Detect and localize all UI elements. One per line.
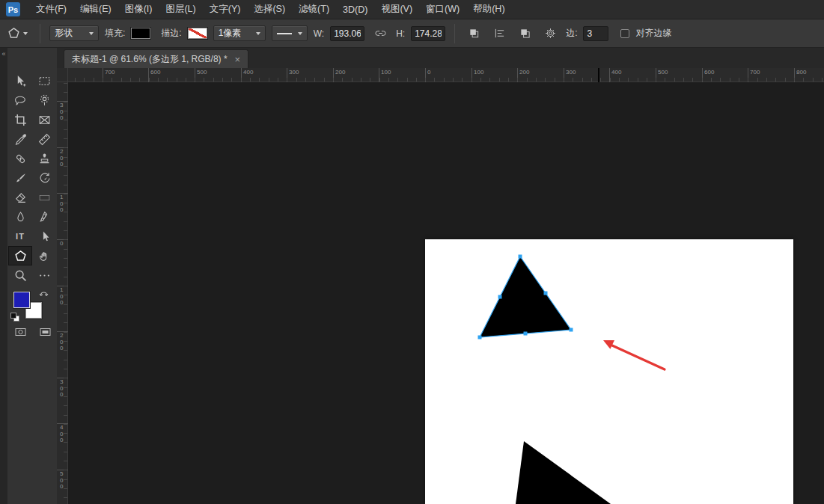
stroke-width-dropdown[interactable]: 1像素	[213, 25, 266, 41]
canvas-area[interactable]	[68, 82, 824, 504]
slice-tool[interactable]	[32, 110, 56, 129]
blur-icon	[14, 211, 27, 224]
blur-tool[interactable]	[8, 207, 32, 227]
stroke-type-dropdown[interactable]	[272, 25, 308, 41]
menu-window[interactable]: 窗口(W)	[419, 0, 466, 19]
eyedropper-tool[interactable]	[8, 129, 32, 149]
document-tab[interactable]: 未标题-1 @ 61.6% (多边形 1, RGB/8) * ×	[64, 49, 248, 68]
ruler-label: 800	[794, 68, 806, 82]
gradient-tool[interactable]	[32, 188, 56, 207]
ruler-label: 500	[656, 68, 668, 82]
ruler-label: 300	[564, 68, 576, 82]
quick-mask-button[interactable]	[13, 326, 28, 338]
tool-preset-dropdown[interactable]	[4, 27, 31, 40]
menu-3d[interactable]: 3D(D)	[336, 0, 374, 19]
sides-input[interactable]	[583, 26, 608, 41]
menu-file[interactable]: 文件(F)	[29, 0, 73, 19]
fill-swatch[interactable]	[131, 28, 150, 39]
path-align-button[interactable]	[489, 25, 509, 43]
menu-select[interactable]: 选择(S)	[247, 0, 292, 19]
stroke-width-value: 1像素	[219, 27, 242, 40]
menu-image[interactable]: 图像(I)	[118, 0, 159, 19]
canvas-shapes-overlay	[425, 239, 793, 504]
path-operations-button[interactable]	[464, 25, 483, 43]
gear-icon[interactable]	[540, 25, 560, 43]
ruler-label: 100	[57, 286, 66, 307]
ruler-horizontal[interactable]: 700 600 500 400 300 200 100 0 100 200 30…	[68, 68, 824, 82]
menu-type[interactable]: 文字(Y)	[203, 0, 248, 19]
partial-polygon-shape[interactable]	[516, 441, 611, 504]
shape-mode-dropdown[interactable]: 形状	[49, 25, 99, 41]
selection-handle[interactable]	[519, 255, 522, 259]
crop-tool[interactable]	[8, 110, 32, 129]
align-edges-checkbox[interactable]	[620, 29, 629, 38]
marquee-tool[interactable]	[32, 71, 56, 90]
ruler-label: 200	[57, 331, 66, 352]
zoom-tool[interactable]	[8, 265, 32, 285]
ruler-vertical[interactable]: 300 200 100 0 100 200 300 400 500 600	[57, 82, 68, 504]
clone-stamp-tool[interactable]	[32, 149, 56, 168]
more-tools[interactable]	[32, 265, 56, 285]
tool-options-bar: 形状 填充: 描边: 1像素 W: H: 边: 对齐边缘	[0, 19, 824, 48]
path-select-tool[interactable]	[32, 227, 56, 246]
hand-icon	[38, 250, 51, 262]
path-arrange-button[interactable]	[515, 25, 534, 43]
ruler-label: 700	[748, 68, 760, 82]
ruler-label: 500	[57, 470, 66, 491]
lasso-tool[interactable]	[8, 90, 32, 110]
tab-close-button[interactable]: ×	[235, 55, 241, 64]
swap-colors-icon[interactable]	[39, 289, 49, 298]
height-input[interactable]	[411, 26, 445, 41]
gradient-icon	[38, 191, 51, 204]
annotation-arrow-shaft	[612, 345, 665, 369]
selected-polygon-shape[interactable]	[480, 256, 571, 337]
menu-layer[interactable]: 图层(L)	[159, 0, 202, 19]
polygon-icon	[14, 250, 27, 262]
link-dimensions-icon[interactable]	[370, 25, 390, 43]
menu-view[interactable]: 视图(V)	[374, 0, 419, 19]
pen-icon	[38, 211, 51, 224]
type-tool[interactable]: IT	[8, 227, 32, 246]
menu-help[interactable]: 帮助(H)	[466, 0, 511, 19]
app-logo: Ps	[6, 2, 20, 16]
move-icon	[14, 75, 27, 87]
tab-bar: 未标题-1 @ 61.6% (多边形 1, RGB/8) * ×	[57, 48, 824, 68]
ruler-corner[interactable]	[57, 68, 68, 82]
ruler-label: 200	[333, 68, 345, 82]
menu-edit[interactable]: 编辑(E)	[73, 0, 118, 19]
ruler-label: 400	[241, 68, 253, 82]
move-tool[interactable]	[8, 71, 32, 90]
ruler-label: 200	[57, 147, 66, 168]
selection-handle[interactable]	[498, 295, 502, 299]
ruler-label: 600	[148, 68, 160, 82]
selection-handle[interactable]	[570, 328, 573, 332]
lasso-icon	[14, 94, 27, 107]
history-brush-tool[interactable]	[32, 168, 56, 188]
panel-collapse-button[interactable]: «	[0, 50, 7, 58]
selection-handle[interactable]	[478, 336, 482, 339]
healing-brush-tool[interactable]	[8, 149, 32, 168]
document-canvas[interactable]	[425, 239, 793, 504]
ruler-label: 300	[57, 378, 66, 399]
foreground-color-swatch[interactable]	[13, 292, 30, 308]
eraser-tool[interactable]	[8, 188, 32, 207]
ruler-label: 100	[57, 193, 66, 214]
polygon-tool[interactable]	[8, 246, 32, 265]
brush-tool[interactable]	[8, 168, 32, 188]
panel-bottom-buttons	[13, 326, 52, 338]
pen-tool[interactable]	[32, 207, 56, 227]
menu-filter[interactable]: 滤镜(T)	[292, 0, 336, 19]
default-colors-icon[interactable]	[10, 313, 20, 322]
chevron-down-icon	[298, 32, 302, 35]
hand-tool[interactable]	[32, 246, 56, 265]
width-input[interactable]	[330, 26, 364, 41]
ruler-tool[interactable]	[32, 129, 56, 149]
selection-handle[interactable]	[524, 332, 528, 336]
quick-select-tool[interactable]	[32, 90, 56, 110]
stroke-swatch[interactable]	[188, 28, 207, 39]
height-label: H:	[396, 28, 405, 39]
screen-mode-button[interactable]	[38, 326, 52, 338]
selection-handle[interactable]	[544, 292, 548, 295]
ruler-label: 200	[517, 68, 529, 82]
ruler-icon	[38, 133, 51, 146]
